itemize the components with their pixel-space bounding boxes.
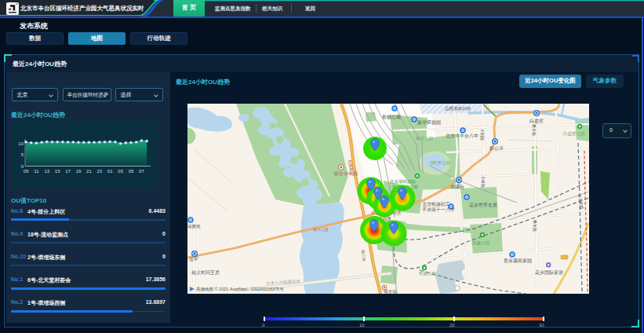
svg-text:23: 23 xyxy=(96,169,102,174)
svg-text:01: 01 xyxy=(107,169,113,174)
svg-text:北京华科国际: 北京华科国际 xyxy=(389,179,417,185)
svg-text:北京市丰台八中: 北京市丰台八中 xyxy=(446,133,478,139)
svg-text:10: 10 xyxy=(18,141,24,146)
svg-text:郭公庄: 郭公庄 xyxy=(489,145,504,152)
svg-text:世界公园: 世界公园 xyxy=(433,160,450,166)
svg-text:樊羊路: 樊羊路 xyxy=(533,220,537,232)
svg-text:05: 05 xyxy=(129,169,134,174)
svg-text:丰科路: 丰科路 xyxy=(481,176,486,188)
svg-text:熙康公园: 熙康公园 xyxy=(419,271,436,276)
svg-text:高鑫公园: 高鑫公园 xyxy=(472,240,489,246)
svg-text:5: 5 xyxy=(21,152,24,157)
svg-text:大葆台: 大葆台 xyxy=(450,184,464,190)
svg-text:21: 21 xyxy=(86,169,92,174)
svg-text:造甲: 造甲 xyxy=(189,257,198,262)
svg-text:07: 07 xyxy=(139,169,144,174)
svg-text:花乡世界名居: 花乡世界名居 xyxy=(469,203,497,208)
svg-text:子弟第十一八学: 子弟第十一八学 xyxy=(421,207,455,213)
svg-text:丰利路: 丰利路 xyxy=(479,129,485,141)
svg-text:悬保康闲家园: 悬保康闲家园 xyxy=(503,258,532,264)
svg-text:总部基地10区: 总部基地10区 xyxy=(444,106,471,112)
svg-text:13: 13 xyxy=(44,169,49,174)
svg-text:白盆窑: 白盆窑 xyxy=(529,118,544,124)
svg-text:紫谷伊甸园: 紫谷伊甸园 xyxy=(333,170,358,177)
svg-text:11: 11 xyxy=(34,169,39,174)
svg-text:19: 19 xyxy=(76,169,82,174)
svg-text:看杨公寓: 看杨公寓 xyxy=(381,114,401,120)
svg-text:花乡国际家居: 花乡国际家居 xyxy=(535,269,563,276)
svg-text:17: 17 xyxy=(65,169,71,174)
svg-text:袖义村回王房: 袖义村回王房 xyxy=(191,269,220,276)
svg-text:09: 09 xyxy=(24,169,29,174)
svg-text:新华双拥园: 新华双拥园 xyxy=(417,119,441,126)
svg-text:北京铁路职工: 北京铁路职工 xyxy=(422,201,450,207)
svg-text:樊羊路: 樊羊路 xyxy=(532,124,537,136)
svg-text:御景公园: 御景公园 xyxy=(415,136,433,141)
svg-text:镇里场: 镇里场 xyxy=(384,289,397,294)
svg-text:高德地图 © 2021 AutoNavi - GS(2021: 高德地图 © 2021 AutoNavi - GS(2021)6375号 xyxy=(196,287,284,292)
svg-text:梅市口路: 梅市口路 xyxy=(313,227,329,232)
svg-text:15: 15 xyxy=(55,169,60,174)
svg-text:0: 0 xyxy=(21,164,24,169)
svg-text:03: 03 xyxy=(118,169,123,174)
svg-text:白盆窑公园: 白盆窑公园 xyxy=(563,131,585,137)
svg-text:城雅苑: 城雅苑 xyxy=(187,224,201,229)
